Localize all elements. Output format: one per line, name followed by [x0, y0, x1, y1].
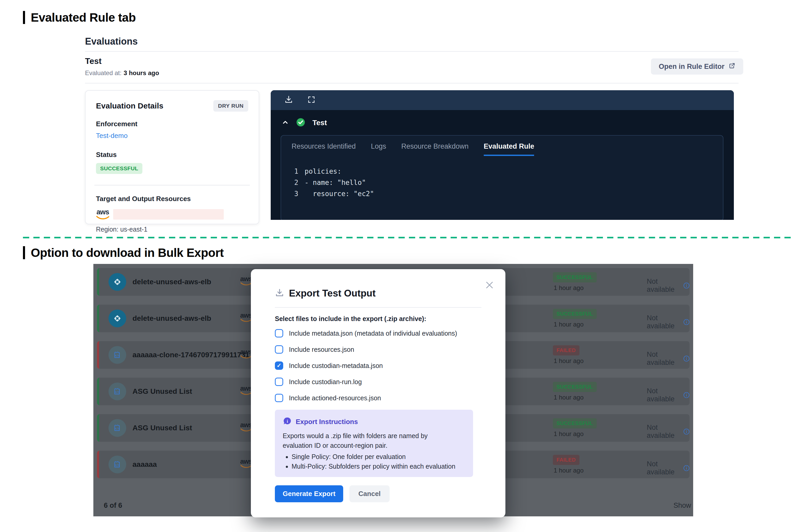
enforcement-link[interactable]: Test-demo [96, 132, 248, 140]
svg-text:</>: </> [115, 354, 120, 357]
page-canvas: Evaluated Rule tab Evaluations Test Eval… [0, 0, 798, 532]
checkbox-label: Include custodian-run.log [289, 378, 362, 386]
tab-resource-breakdown[interactable]: Resource Breakdown [401, 142, 469, 156]
viewer-tabs-card: Resources Identified Logs Resource Break… [281, 135, 723, 220]
info-icon[interactable] [683, 282, 690, 289]
svg-text:i: i [287, 419, 288, 423]
status-badge: SUCCESSFUL [553, 309, 597, 319]
section-title-text: Option to download in Bulk Export [31, 246, 224, 260]
svg-text:</>: </> [115, 391, 120, 394]
info-icon[interactable] [683, 391, 690, 399]
modal-divider [275, 307, 481, 308]
region-text: Region: us-east-1 [96, 226, 248, 233]
evaluation-name: ASG Unused List [132, 424, 192, 432]
fullscreen-icon[interactable] [307, 95, 316, 105]
check-circle-icon [296, 117, 306, 128]
svg-text:</>: </> [115, 427, 120, 430]
line-text: - name: "hello" [305, 179, 366, 187]
time-text: 1 hour ago [554, 357, 584, 365]
policy-script-icon: </> [109, 456, 126, 473]
info-icon[interactable] [683, 355, 690, 362]
evaluated-at-row: Evaluated at:3 hours ago [85, 69, 159, 77]
download-icon [275, 288, 284, 299]
instruction-bullet: Single Policy: One folder per evaluation [291, 453, 465, 460]
aws-logo-text: aws [96, 209, 109, 216]
info-icon[interactable] [683, 428, 690, 436]
time-text: 1 hour ago [554, 467, 584, 474]
aws-logo-text: aws [240, 458, 252, 465]
availability-text: Not available [647, 314, 680, 330]
dry-run-badge: DRY RUN [213, 100, 248, 112]
aws-logo: aws [240, 385, 252, 395]
availability-cell: Not available [647, 387, 689, 403]
time-text: 1 hour ago [554, 430, 584, 438]
time-text: 1 hour ago [554, 284, 584, 291]
option-metadata-json[interactable]: Include metadata.json (metadata of indiv… [275, 329, 481, 338]
info-icon[interactable] [683, 318, 690, 326]
option-custodian-run-log[interactable]: Include custodian-run.log [275, 377, 481, 386]
open-in-rule-editor-label: Open in Rule Editor [659, 62, 724, 71]
close-icon[interactable] [484, 280, 494, 290]
code-line: 2- name: "hello" [291, 179, 712, 187]
availability-cell: Not available [647, 278, 689, 293]
aws-logo-text: aws [240, 421, 252, 428]
chevron-up-icon[interactable] [282, 119, 289, 127]
status-badge: SUCCESSFUL [553, 382, 597, 392]
aws-logo: aws [240, 458, 252, 468]
checkbox[interactable] [275, 345, 283, 354]
evaluation-output-viewer: Test Resources Identified Logs Resource … [271, 90, 734, 220]
info-bubble-icon: i [283, 416, 292, 427]
target-resources-label: Target and Output Resources [96, 195, 248, 203]
evaluations-heading: Evaluations [85, 36, 138, 47]
policy-script-icon: </> [109, 419, 126, 437]
status-badge: FAILED [553, 345, 580, 356]
title-marker-bar [23, 246, 25, 259]
checkbox-label: Include resources.json [289, 346, 354, 353]
line-number: 1 [291, 167, 298, 175]
viewer-toolbar [271, 90, 734, 110]
option-custodian-metadata-json[interactable]: Include custodian-metadata.json [275, 361, 481, 370]
option-resources-json[interactable]: Include resources.json [275, 345, 481, 354]
tab-logs[interactable]: Logs [371, 142, 386, 156]
pagination-count: 6 of 6 [104, 501, 122, 510]
open-in-rule-editor-button[interactable]: Open in Rule Editor [651, 58, 743, 75]
checkbox-label: Include metadata.json (metadata of indiv… [289, 330, 457, 337]
aws-logo-text: aws [240, 276, 252, 282]
modal-title: Export Test Output [289, 288, 376, 299]
modal-subtitle: Select files to include in the export (.… [275, 315, 481, 323]
divider [85, 83, 739, 83]
export-test-output-modal: Export Test Output Select files to inclu… [251, 269, 506, 517]
policy-script-icon: </> [109, 346, 126, 364]
status-badge: FAILED [553, 455, 580, 465]
generate-export-button[interactable]: Generate Export [275, 485, 343, 502]
checkbox[interactable] [275, 378, 283, 386]
external-link-icon [729, 62, 736, 71]
availability-cell: Not available [647, 423, 689, 440]
show-per-page-label[interactable]: Show [673, 501, 691, 510]
evaluation-name: delete-unused-aws-elb [132, 314, 211, 323]
availability-cell: Not available [647, 460, 689, 476]
availability-text: Not available [647, 350, 680, 367]
tab-resources-identified[interactable]: Resources Identified [291, 142, 356, 156]
availability-text: Not available [647, 387, 680, 403]
time-text: 1 hour ago [554, 394, 584, 401]
line-text: resource: "ec2" [305, 190, 374, 198]
download-icon[interactable] [284, 95, 293, 105]
code-line: 1policies: [291, 167, 712, 175]
info-icon[interactable] [683, 464, 690, 472]
tab-evaluated-rule[interactable]: Evaluated Rule [484, 142, 534, 156]
redacted-resource-text [113, 209, 224, 220]
time-text: 1 hour ago [554, 321, 584, 328]
aws-logo-text: aws [240, 385, 252, 392]
cancel-button[interactable]: Cancel [349, 485, 390, 502]
option-actioned-resources-json[interactable]: Include actioned-resources.json [275, 394, 481, 402]
line-text: policies: [305, 167, 341, 175]
instructions-title: Export Instructions [296, 418, 358, 426]
aws-logo: aws [240, 348, 252, 359]
checkbox[interactable] [275, 361, 283, 370]
export-instructions-callout: i Export Instructions Exports would a .z… [275, 410, 473, 477]
aws-logo: aws [96, 209, 110, 220]
checkbox[interactable] [275, 329, 283, 338]
line-number: 2 [291, 179, 298, 187]
checkbox[interactable] [275, 394, 283, 402]
